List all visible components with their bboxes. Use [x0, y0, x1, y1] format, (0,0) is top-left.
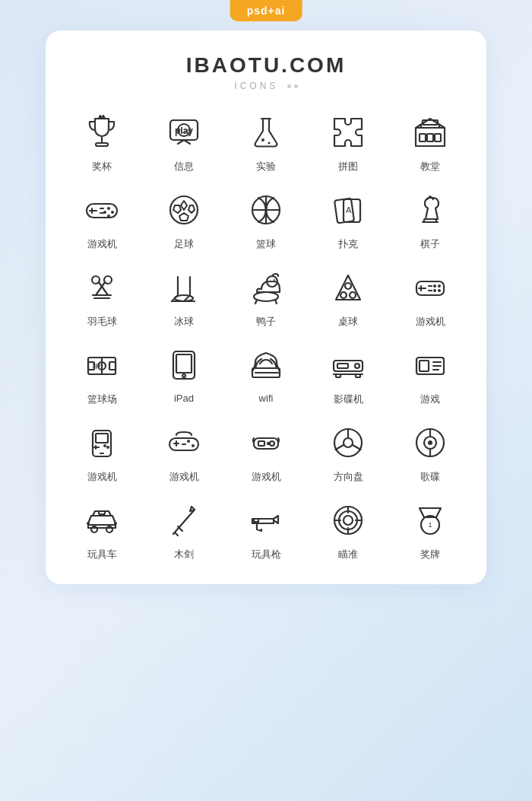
svg-rect-76 [176, 354, 192, 373]
icon-gamepad3: 游戏机 [143, 420, 225, 484]
svg-rect-10 [420, 134, 426, 141]
svg-point-22 [107, 215, 110, 218]
card-title: IBAOTU.COM [61, 53, 471, 78]
icon-billiards: 桌球 [307, 265, 389, 329]
icon-icehockey: 冰球 [143, 265, 225, 329]
svg-rect-72 [109, 362, 116, 370]
svg-point-53 [274, 279, 275, 281]
svg-rect-105 [258, 441, 264, 446]
svg-point-123 [87, 522, 90, 525]
icon-football: 足球 [143, 187, 225, 251]
svg-point-57 [350, 292, 356, 298]
icon-puzzle: 拼图 [307, 110, 389, 173]
svg-point-124 [114, 522, 117, 525]
icon-gamepad2: 游戏机 [389, 265, 471, 329]
svg-point-55 [345, 283, 351, 289]
svg-rect-83 [336, 374, 340, 377]
card-subtitle: ICONS [61, 81, 471, 91]
svg-point-96 [106, 446, 109, 449]
svg-point-110 [344, 438, 353, 447]
svg-marker-27 [188, 205, 195, 213]
icon-trophy: 奖杯 [61, 110, 143, 173]
svg-point-106 [270, 441, 274, 446]
svg-line-112 [336, 445, 344, 450]
svg-point-62 [433, 284, 436, 288]
icon-toy-car: 玩具车 [61, 497, 143, 561]
icon-game-device: 游戏 [389, 342, 471, 406]
svg-point-7 [261, 138, 264, 141]
svg-point-116 [428, 440, 432, 445]
svg-marker-26 [181, 201, 187, 210]
svg-point-95 [103, 444, 106, 447]
svg-rect-11 [427, 134, 433, 141]
svg-text:1: 1 [428, 521, 432, 529]
svg-rect-80 [337, 364, 348, 368]
svg-line-52 [275, 300, 277, 304]
icon-target: 瞄准 [307, 497, 389, 561]
svg-point-19 [107, 207, 110, 210]
icon-ipad: iPad [143, 342, 225, 406]
svg-rect-1 [96, 143, 108, 146]
svg-point-63 [438, 284, 441, 288]
svg-rect-12 [435, 134, 441, 141]
svg-rect-86 [420, 361, 429, 371]
icon-handheld-game: 游戏机 [61, 420, 143, 484]
svg-point-132 [344, 516, 353, 525]
icon-basketball-court: 1|0 篮球场 [61, 342, 143, 406]
svg-point-20 [111, 211, 114, 214]
card: IBAOTU.COM ICONS 奖杯 [46, 30, 486, 584]
icon-poker: A 扑克 [307, 187, 389, 251]
icon-basketball: 篮球 [225, 187, 307, 251]
svg-line-51 [255, 300, 257, 304]
icon-badminton: 羽毛球 [61, 265, 143, 329]
icon-gamepad4: 游戏机 [225, 420, 307, 484]
svg-point-75 [182, 374, 185, 377]
svg-point-65 [438, 289, 441, 292]
svg-point-102 [192, 444, 195, 447]
icons-grid: 奖杯 play PLay 信息 [61, 110, 471, 561]
svg-point-81 [355, 364, 359, 368]
icon-steering-wheel: 方向盘 [307, 420, 389, 484]
svg-point-131 [339, 511, 357, 529]
svg-point-101 [187, 440, 190, 443]
svg-rect-121 [99, 511, 105, 514]
svg-point-8 [268, 142, 271, 145]
svg-marker-28 [173, 205, 181, 213]
icon-wifi: wifi [225, 342, 307, 406]
svg-point-64 [433, 289, 436, 292]
icon-dvd-player: 影碟机 [307, 342, 389, 406]
icon-sword: 木剑 [143, 497, 225, 561]
svg-rect-84 [356, 374, 360, 377]
icon-gamepad: 游戏机 [61, 187, 143, 251]
svg-point-56 [340, 292, 347, 298]
svg-line-125 [173, 510, 195, 534]
svg-rect-91 [96, 434, 108, 443]
icon-experiment: 实验 [225, 110, 307, 173]
icon-message: play PLay 信息 [143, 110, 225, 173]
svg-marker-54 [336, 275, 360, 300]
icon-chess: 棋子 [389, 187, 471, 251]
icon-cd: 歌碟 [389, 420, 471, 484]
icon-duck: 鸭子 [225, 265, 307, 329]
svg-text:1|0: 1|0 [92, 362, 101, 369]
svg-line-113 [353, 445, 361, 450]
icon-gun: 玩具枪 [225, 497, 307, 561]
top-badge: psd+ai [230, 0, 302, 21]
svg-line-127 [175, 532, 178, 536]
svg-rect-37 [424, 219, 436, 222]
icon-temple: 教堂 [389, 110, 471, 173]
svg-text:A: A [346, 205, 352, 215]
svg-text:PLay: PLay [176, 127, 192, 135]
svg-rect-129 [254, 519, 258, 522]
icon-medal: 1 奖牌 [389, 497, 471, 561]
svg-marker-29 [179, 213, 188, 221]
